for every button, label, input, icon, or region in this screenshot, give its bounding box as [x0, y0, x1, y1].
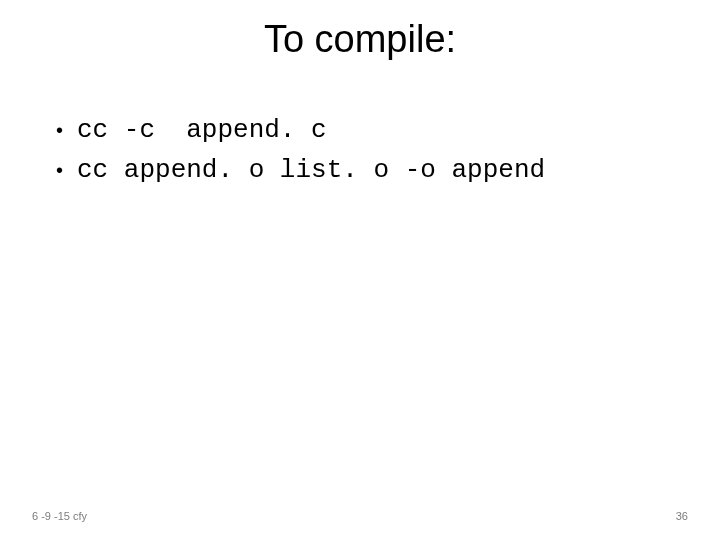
bullet-dot: •	[56, 114, 63, 146]
code-line: cc append. o list. o -o append	[77, 152, 545, 188]
list-item: • cc -c append. c	[56, 112, 664, 148]
slide-body: • cc -c append. c • cc append. o list. o…	[56, 112, 664, 193]
footer-date-author: 6 -9 -15 cfy	[32, 510, 87, 522]
bullet-dot: •	[56, 154, 63, 186]
page-number: 36	[676, 510, 688, 522]
slide: To compile: • cc -c append. c • cc appen…	[0, 0, 720, 540]
code-line: cc -c append. c	[77, 112, 327, 148]
list-item: • cc append. o list. o -o append	[56, 152, 664, 188]
slide-title: To compile:	[0, 18, 720, 61]
